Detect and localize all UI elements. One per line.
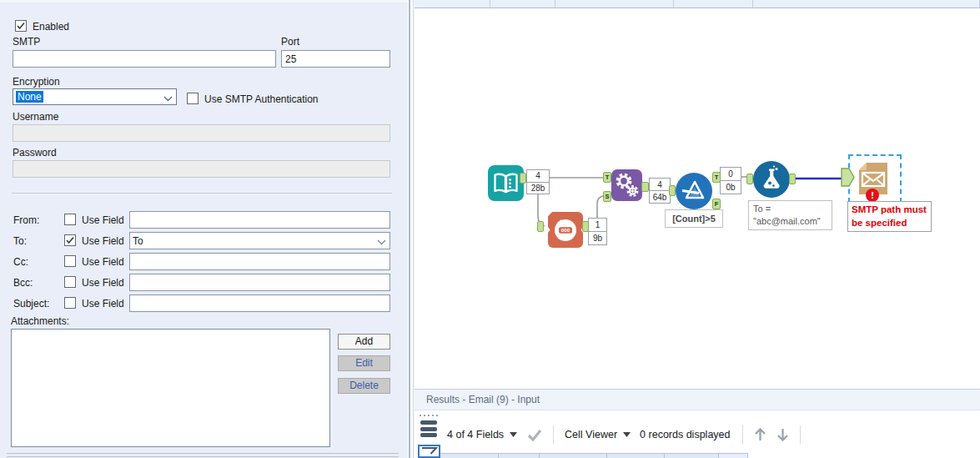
funnel-icon: [420, 446, 439, 456]
add-button[interactable]: Add: [338, 334, 390, 350]
record-count-box: 1 9b: [588, 218, 607, 245]
output-anchor[interactable]: [789, 174, 796, 184]
caret-down-icon[interactable]: [510, 432, 517, 437]
bcc-use-field-label: Use Field: [82, 277, 124, 289]
to-label: To:: [13, 235, 27, 247]
output-anchor[interactable]: [641, 182, 649, 192]
enabled-label: Enabled: [33, 21, 69, 33]
drag-handle-icon[interactable]: [420, 415, 438, 416]
fields-dropdown[interactable]: 4 of 4 Fields: [447, 429, 504, 440]
row-view-icon[interactable]: [420, 420, 439, 442]
bcc-use-field-checkbox[interactable]: [64, 276, 76, 288]
output-anchor[interactable]: [520, 173, 526, 184]
filter-icon: [676, 173, 712, 209]
input-anchor[interactable]: [746, 174, 753, 184]
text-input-tool[interactable]: [488, 165, 524, 201]
grid-header-cell: [607, 453, 665, 458]
smtp-label: SMTP: [13, 36, 40, 48]
toolbar-separator: [800, 425, 801, 444]
panel-canvas-splitter[interactable]: [409, 0, 410, 458]
to-field-dropdown[interactable]: To: [129, 232, 390, 249]
chevron-down-icon: [163, 93, 173, 104]
toolbar-separator: [742, 425, 743, 444]
cc-use-field-checkbox[interactable]: [64, 255, 76, 267]
caret-down-icon[interactable]: [623, 432, 631, 437]
filter-annotation[interactable]: [Count]>5: [665, 209, 723, 228]
append-fields-icon: [611, 169, 642, 201]
delete-button[interactable]: Delete: [338, 378, 390, 394]
formula-annotation[interactable]: To = "abc@mail.com": [748, 200, 832, 230]
encryption-dropdown[interactable]: None: [13, 88, 177, 105]
formula-icon: [753, 161, 790, 198]
error-badge-icon: !: [866, 189, 879, 202]
check-icon: [16, 21, 26, 31]
arrow-down-icon[interactable]: [776, 427, 790, 442]
formula-annotation-line2: "abc@mail.com": [753, 215, 827, 228]
edit-button[interactable]: Edit: [338, 355, 390, 371]
formula-annotation-line1: To =: [753, 203, 827, 215]
email-input-anchor[interactable]: [841, 168, 855, 187]
to-selected-value: To: [133, 235, 143, 247]
error-line1: SMTP path must: [852, 203, 927, 216]
output-anchor-false[interactable]: F: [712, 199, 721, 209]
count-records-tool[interactable]: 000: [548, 212, 583, 248]
results-title-bar[interactable]: Results - Email (9) - Input: [415, 389, 980, 410]
section-divider: [12, 193, 392, 194]
record-count: 1: [589, 219, 606, 232]
port-input[interactable]: [281, 50, 390, 68]
subject-input[interactable]: [129, 294, 390, 312]
append-fields-tool[interactable]: [611, 169, 642, 201]
apply-check-icon[interactable]: [527, 429, 542, 441]
subject-label: Subject:: [13, 298, 49, 310]
panel-splitter-handle[interactable]: [7, 453, 399, 457]
record-count: 4: [527, 170, 549, 183]
encryption-label: Encryption: [13, 76, 60, 88]
bcc-input[interactable]: [129, 274, 390, 291]
filter-view-button[interactable]: [418, 445, 440, 458]
port-label: Port: [281, 36, 299, 48]
error-message-box: SMTP path must be specified: [847, 201, 932, 232]
filter-tool[interactable]: [676, 173, 712, 209]
alteryx-designer-screen: Enabled SMTP Port Encryption None Use SM…: [0, 0, 980, 458]
use-smtp-auth-label: Use SMTP Authentication: [204, 93, 319, 105]
attachments-listbox[interactable]: [11, 329, 330, 447]
text-input-icon: [488, 165, 524, 201]
input-anchor[interactable]: [537, 221, 544, 232]
results-grid-header: [440, 453, 748, 458]
record-count: 0: [721, 168, 741, 181]
to-use-field-label: Use Field: [82, 235, 124, 247]
grid-header-cell: [540, 453, 607, 458]
results-toolbar: 4 of 4 Fields Cell Viewer 0 records disp…: [447, 422, 801, 447]
from-label: From:: [13, 214, 39, 226]
to-use-field-checkbox[interactable]: [64, 234, 76, 246]
arrow-up-icon[interactable]: [753, 427, 767, 442]
from-use-field-checkbox[interactable]: [64, 214, 76, 225]
workflow-canvas[interactable]: 4 28b 1 9b 4 64b 0 0b: [415, 0, 980, 388]
output-anchor[interactable]: [582, 221, 589, 232]
from-input[interactable]: [129, 211, 390, 229]
record-count-box: 4 28b: [526, 169, 550, 194]
grid-header-cell: [499, 453, 540, 458]
cc-use-field-label: Use Field: [82, 256, 124, 268]
formula-tool[interactable]: [753, 161, 790, 198]
cc-input[interactable]: [129, 253, 390, 270]
records-displayed-label: 0 records displayed: [640, 429, 730, 440]
cell-viewer-dropdown[interactable]: Cell Viewer: [565, 429, 617, 440]
results-body: 4 of 4 Fields Cell Viewer 0 records disp…: [415, 410, 980, 458]
chevron-down-icon: [377, 236, 386, 248]
input-anchor-source[interactable]: S: [603, 191, 611, 202]
grid-header-cell: [719, 453, 748, 458]
cc-label: Cc:: [13, 256, 28, 268]
grid-header-cell: [665, 453, 719, 458]
password-input: [13, 160, 390, 178]
smtp-input[interactable]: [13, 50, 276, 68]
use-smtp-auth-checkbox[interactable]: [187, 93, 199, 104]
username-input: [13, 124, 390, 142]
input-anchor-target[interactable]: T: [603, 172, 611, 183]
odometer-text: 000: [561, 227, 570, 233]
input-anchor[interactable]: [669, 185, 676, 196]
subject-use-field-checkbox[interactable]: [64, 297, 76, 309]
count-records-icon: 000: [548, 212, 583, 248]
enabled-checkbox[interactable]: [15, 20, 27, 32]
output-anchor-true[interactable]: T: [712, 172, 721, 183]
